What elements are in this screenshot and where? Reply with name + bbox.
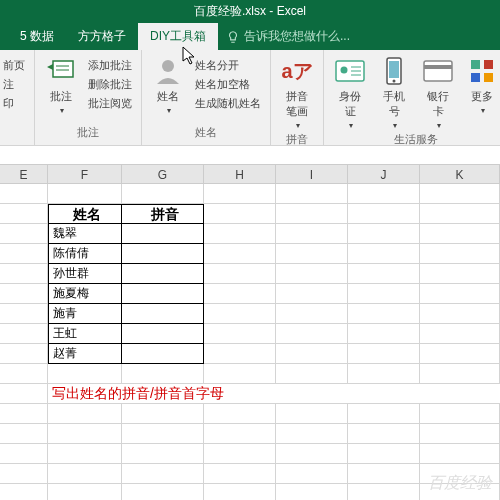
- cell[interactable]: [420, 284, 500, 304]
- cell[interactable]: [420, 404, 500, 424]
- more-button[interactable]: 更多▾: [462, 53, 500, 117]
- cell[interactable]: [122, 424, 204, 444]
- cell[interactable]: [122, 464, 204, 484]
- pinyin-cell[interactable]: [122, 324, 204, 344]
- view-comment-btn[interactable]: 批注阅览: [85, 95, 135, 112]
- cell[interactable]: [48, 404, 122, 424]
- cell[interactable]: [0, 384, 48, 404]
- cell[interactable]: [420, 484, 500, 500]
- cell[interactable]: [204, 484, 276, 500]
- cell[interactable]: [204, 184, 276, 204]
- name-cell[interactable]: 魏翠: [48, 224, 122, 244]
- cell[interactable]: [0, 224, 48, 244]
- name-cell[interactable]: 王虹: [48, 324, 122, 344]
- pinyin-cell[interactable]: [122, 304, 204, 324]
- cell[interactable]: [276, 464, 348, 484]
- print-btn[interactable]: 印: [0, 95, 28, 112]
- cell[interactable]: [0, 244, 48, 264]
- col-h[interactable]: H: [204, 165, 276, 184]
- cell[interactable]: [348, 444, 420, 464]
- cell[interactable]: [420, 344, 500, 364]
- cell[interactable]: [48, 424, 122, 444]
- pinyin-cell[interactable]: [122, 344, 204, 364]
- comment-button[interactable]: 批注▾: [41, 53, 81, 117]
- idcard-button[interactable]: 身份证▾: [330, 53, 370, 132]
- spreadsheet[interactable]: E F G H I J K 姓名拼音魏翠陈倩倩孙世群施夏梅施青王虹赵菁写出姓名的…: [0, 164, 500, 500]
- cell[interactable]: [48, 184, 122, 204]
- header-pinyin[interactable]: 拼音: [122, 204, 204, 224]
- phone-button[interactable]: 手机号▾: [374, 53, 414, 132]
- col-j[interactable]: J: [348, 165, 420, 184]
- tab-diy[interactable]: DIY工具箱: [138, 23, 218, 50]
- cell[interactable]: [48, 484, 122, 500]
- cell[interactable]: [0, 464, 48, 484]
- pinyin-cell[interactable]: [122, 244, 204, 264]
- cell[interactable]: [204, 424, 276, 444]
- cell[interactable]: [48, 364, 122, 384]
- pinyin-button[interactable]: aア 拼音笔画▾: [277, 53, 317, 132]
- cell[interactable]: [276, 244, 348, 264]
- cell[interactable]: [204, 224, 276, 244]
- cell[interactable]: [0, 484, 48, 500]
- pinyin-cell[interactable]: [122, 284, 204, 304]
- cell[interactable]: [276, 344, 348, 364]
- name-cell[interactable]: 孙世群: [48, 264, 122, 284]
- cell[interactable]: [420, 364, 500, 384]
- delete-comment-btn[interactable]: 删除批注: [85, 76, 135, 93]
- cell[interactable]: [348, 404, 420, 424]
- cell[interactable]: [204, 464, 276, 484]
- cell[interactable]: [0, 204, 48, 224]
- cell[interactable]: [122, 444, 204, 464]
- cell[interactable]: [204, 364, 276, 384]
- col-i[interactable]: I: [276, 165, 348, 184]
- pinyin-cell[interactable]: [122, 264, 204, 284]
- header-name[interactable]: 姓名: [48, 204, 122, 224]
- name-cell[interactable]: 施夏梅: [48, 284, 122, 304]
- cell[interactable]: [276, 484, 348, 500]
- cell[interactable]: [204, 244, 276, 264]
- add-comment-btn[interactable]: 添加批注: [85, 57, 135, 74]
- cell[interactable]: [204, 344, 276, 364]
- cell[interactable]: [0, 304, 48, 324]
- name-cell[interactable]: 施青: [48, 304, 122, 324]
- cell[interactable]: [276, 324, 348, 344]
- cell[interactable]: [420, 444, 500, 464]
- cell[interactable]: [0, 424, 48, 444]
- split-name-btn[interactable]: 姓名分开: [192, 57, 264, 74]
- pinyin-cell[interactable]: [122, 224, 204, 244]
- cell[interactable]: [348, 264, 420, 284]
- name-button[interactable]: 姓名▾: [148, 53, 188, 117]
- cell[interactable]: [348, 344, 420, 364]
- tab-data[interactable]: 5 数据: [8, 23, 66, 50]
- cell[interactable]: [204, 444, 276, 464]
- note-btn[interactable]: 注: [0, 76, 28, 93]
- grid[interactable]: 姓名拼音魏翠陈倩倩孙世群施夏梅施青王虹赵菁写出姓名的拼音/拼音首字母: [0, 184, 500, 500]
- col-k[interactable]: K: [420, 165, 500, 184]
- col-g[interactable]: G: [122, 165, 204, 184]
- cell[interactable]: [420, 184, 500, 204]
- random-name-btn[interactable]: 生成随机姓名: [192, 95, 264, 112]
- name-cell[interactable]: 赵菁: [48, 344, 122, 364]
- cell[interactable]: [204, 404, 276, 424]
- cell[interactable]: [204, 204, 276, 224]
- cell[interactable]: [0, 364, 48, 384]
- cell[interactable]: [420, 244, 500, 264]
- cell[interactable]: [348, 424, 420, 444]
- cell[interactable]: [0, 184, 48, 204]
- cell[interactable]: [348, 224, 420, 244]
- cell[interactable]: [348, 204, 420, 224]
- cell[interactable]: [420, 464, 500, 484]
- cell[interactable]: [204, 324, 276, 344]
- cell[interactable]: [122, 404, 204, 424]
- cell[interactable]: [420, 304, 500, 324]
- cell[interactable]: [122, 184, 204, 204]
- note-cell[interactable]: 写出姓名的拼音/拼音首字母: [48, 384, 500, 404]
- cell[interactable]: [348, 244, 420, 264]
- cell[interactable]: [420, 224, 500, 244]
- cell[interactable]: [276, 224, 348, 244]
- cell[interactable]: [420, 264, 500, 284]
- cell[interactable]: [48, 444, 122, 464]
- cell[interactable]: [276, 184, 348, 204]
- cell[interactable]: [348, 184, 420, 204]
- cell[interactable]: [276, 404, 348, 424]
